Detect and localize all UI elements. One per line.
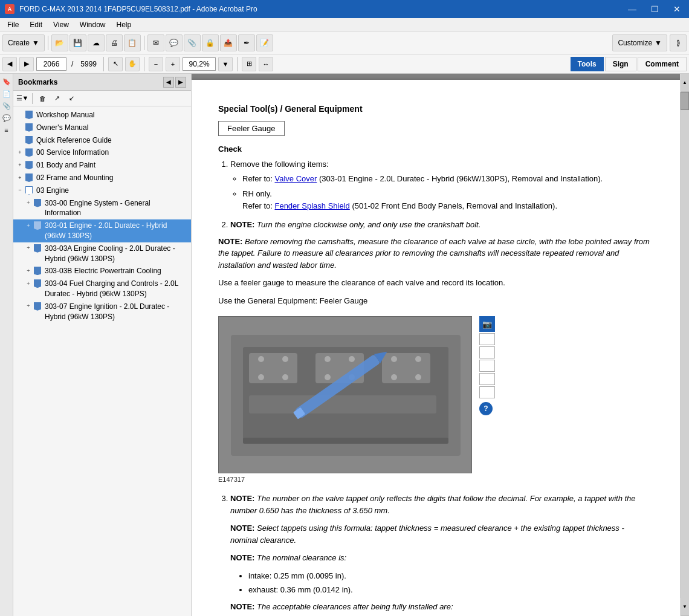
nav-back-button[interactable]: ◀ [2,57,17,71]
attach-button[interactable]: 📎 [184,34,201,51]
page-separator: / [69,60,76,68]
tree-item-s303-07[interactable]: + 303-07 Engine Ignition - 2.0L Duratec … [13,300,191,323]
nav-forward-button[interactable]: ▶ [19,57,34,71]
tree-item-s01[interactable]: + 01 Body and Paint [13,159,191,172]
panel-comments-icon[interactable]: 💬 [1,112,12,123]
zoom-in-button[interactable]: + [166,57,180,71]
panel-attachments-icon[interactable]: 📎 [1,100,12,111]
share-button[interactable]: ☁ [88,34,105,51]
icon-s03 [24,186,34,195]
fit-width-button[interactable]: ↔ [259,57,273,71]
fit-page-button[interactable]: ⊞ [242,57,256,71]
note-nominal: NOTE: The nominal clearance is: [230,552,653,564]
email-button[interactable]: ✉ [147,34,164,51]
tree-item-s303-00[interactable]: + 303-00 Engine System - General Informa… [13,197,191,220]
open-button[interactable]: 📂 [51,34,68,51]
page-number-input[interactable] [36,57,66,71]
scroll-up-button[interactable]: ▲ [681,74,689,92]
svg-point-10 [325,356,331,362]
menu-help[interactable]: Help [112,19,137,30]
pdf-area[interactable]: Special Tool(s) / General Equipment Feel… [192,74,680,616]
filmstrip-3 [479,360,495,372]
create-button[interactable]: Create ▼ [2,34,45,51]
sidebar-expand-button[interactable]: ▶ [175,77,186,88]
forms-button[interactable]: 📝 [256,34,273,51]
customize-button[interactable]: Customize ▼ [612,34,667,51]
cursor-tool[interactable]: 📋 [124,34,141,51]
panel-layers-icon[interactable]: ≡ [1,125,12,135]
sign-button[interactable]: Sign [605,57,636,71]
svg-point-12 [325,374,331,380]
close-button[interactable]: ✕ [670,4,684,14]
label-s303-01: 303-01 Engine - 2.0L Duratec - Hybrid (9… [45,221,189,241]
minimize-button[interactable]: — [624,4,640,14]
note-text-4: The nominal clearance is: [254,553,346,562]
export-button[interactable]: 📤 [220,34,237,51]
valve-cover-link[interactable]: Valve Cover [274,174,317,183]
print-button[interactable]: 🖨 [106,34,123,51]
scroll-down-button[interactable]: ▼ [681,598,689,616]
bookmark-expand-button[interactable]: ↗ [50,92,63,105]
security-button[interactable]: 🔒 [202,34,219,51]
menu-window[interactable]: Window [75,19,111,30]
comment-button[interactable]: Comment [638,57,687,71]
tree-item-s03[interactable]: − 03 Engine [13,184,191,197]
sidebar-sep [32,93,33,104]
label-quickref: Quick Reference Guide [36,135,189,146]
toggle-s00: + [16,148,24,157]
tree-item-owners[interactable]: Owner's Manual [13,122,191,134]
tree-item-s303-04[interactable]: + 303-04 Fuel Charging and Controls - 2.… [13,277,191,300]
note-label-2: NOTE: [230,494,254,503]
zoom-input[interactable] [183,57,216,71]
tree-item-s303-03a[interactable]: + 303-03A Engine Cooling - 2.0L Duratec … [13,242,191,265]
sidebar-collapse-button[interactable]: ◀ [163,77,174,88]
customize-dropdown-icon: ▼ [655,39,662,47]
pan-tool[interactable]: ✋ [125,57,140,71]
icon-s303-04 [33,279,42,288]
separator-2 [144,36,144,50]
help-circle-icon[interactable]: ? [479,402,493,415]
nav-bar: ◀ ▶ / 5999 ↖ ✋ − + ▼ ⊞ ↔ Tools Sign Comm… [0,54,689,74]
video-camera-icon[interactable]: 📷 [479,316,495,332]
note-label-5: NOTE: [230,602,254,611]
exhaust-1: exhaust: 0.36 mm (0.0142 in). [248,584,653,596]
save-button[interactable]: 💾 [70,34,86,51]
step1-sublist: Refer to: Valve Cover (303-01 Engine - 2… [242,173,653,212]
panel-pages-icon[interactable]: 📄 [1,88,12,99]
zoom-dropdown-button[interactable]: ▼ [218,57,233,71]
svg-rect-18 [249,395,436,413]
bookmark-collapse-button[interactable]: ↙ [65,92,78,105]
label-s00: 00 Service Information [36,148,189,158]
svg-rect-3 [249,353,297,383]
zoom-out-button[interactable]: − [149,57,163,71]
svg-point-9 [282,374,288,380]
bookmark-delete-button[interactable]: 🗑 [36,92,49,105]
annotate-button[interactable]: 💬 [166,34,183,51]
step-2: NOTE: Turn the engine clockwise only, an… [230,219,653,231]
menu-view[interactable]: View [48,19,74,30]
icon-s303-00 [33,198,42,208]
panel-bookmarks-icon[interactable]: 🔖 [1,76,12,87]
scrollbar-thumb[interactable] [681,92,689,110]
tree-item-s303-01[interactable]: + 303-01 Engine - 2.0L Duratec - Hybrid … [13,219,191,242]
menu-edit[interactable]: Edit [25,19,47,30]
sign-tool[interactable]: ✒ [238,34,255,51]
maximize-button[interactable]: ☐ [647,4,662,14]
tools-button[interactable]: Tools [571,57,604,71]
menu-file[interactable]: File [2,19,24,30]
tree-item-s303-03b[interactable]: + 303-03B Electric Powertrain Cooling [13,265,191,277]
bookmark-view-button[interactable]: ☰▼ [16,92,29,105]
feeler-gauge-box: Feeler Gauge [218,121,285,136]
expand-toolbar-button[interactable]: ⟫ [670,34,687,51]
step1-rh: RH only. [242,189,272,198]
numbered-list: Remove the following items: Refer to: Va… [230,158,653,231]
tree-item-workshop[interactable]: Workshop Manual [13,109,191,122]
label-s02: 02 Frame and Mounting [36,173,189,183]
select-tool[interactable]: ↖ [108,57,123,71]
tree-item-quickref[interactable]: Quick Reference Guide [13,134,191,147]
tree-item-s00[interactable]: + 00 Service Information [13,146,191,159]
tree-item-s02[interactable]: + 02 Frame and Mounting [13,172,191,184]
fender-link[interactable]: Fender Splash Shield [274,201,349,210]
scrollbar-track[interactable] [681,92,689,598]
step1-sub2: RH only. Refer to: Fender Splash Shield … [242,188,653,212]
